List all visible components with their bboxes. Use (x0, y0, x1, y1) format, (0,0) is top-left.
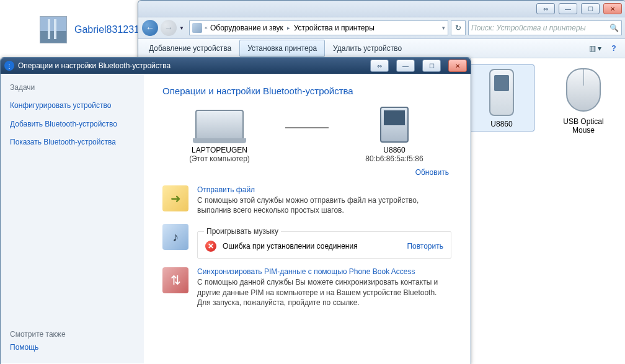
pim-description: С помощью данной службы Вы можете синхро… (197, 277, 451, 308)
user-photo (40, 16, 67, 43)
nav-back-button[interactable]: ← (142, 20, 158, 36)
music-status-box: Проигрывать музыку ✕ Ошибка при установл… (197, 231, 451, 259)
laptop-name: LAPTOPEUGEN (170, 146, 269, 154)
device-label: USB Optical Mouse (552, 117, 614, 135)
error-icon: ✕ (205, 241, 216, 252)
send-file-icon: ➜ (162, 185, 188, 211)
pairing-row: LAPTOPEUGEN (Этот компьютер) U8860 80:b6… (162, 107, 451, 163)
remove-device-button[interactable]: Удалить устройство (325, 40, 410, 57)
bluetooth-dialog: ⋮ Операции и настройки Bluetooth-устройс… (0, 57, 471, 364)
bluetooth-icon: ⋮ (4, 61, 14, 71)
breadcrumb-root-chevron[interactable]: « (205, 25, 208, 31)
devices-printers-icon (192, 23, 202, 33)
pim-link[interactable]: Синхронизировать PIM-данные с помощью Ph… (197, 267, 451, 276)
bluetooth-body: Задачи Конфигурировать устройство Добави… (1, 74, 470, 363)
mouse-icon (564, 65, 603, 115)
task-pim-sync: ⇅ Синхронизировать PIM-данные с помощью … (162, 267, 451, 308)
sidebar-header-see-also: Смотрите также (10, 330, 135, 339)
phone-name: U8860 (345, 146, 444, 154)
music-box-title: Проигрывать музыку (204, 227, 281, 236)
search-input[interactable]: Поиск: Устройства и принтеры 🔍 (468, 20, 622, 35)
phone-mac: 80:b6:86:5a:f5:86 (345, 154, 444, 163)
search-placeholder: Поиск: Устройства и принтеры (471, 24, 585, 32)
explorer-commandbar: Добавление устройства Установка принтера… (138, 39, 625, 58)
retry-link[interactable]: Повторить (407, 242, 443, 251)
music-icon: ♪ (162, 224, 188, 250)
pair-item-phone: U8860 80:b6:86:5a:f5:86 (345, 107, 444, 163)
update-link[interactable]: Обновить (415, 168, 449, 177)
update-row: Обновить (165, 168, 449, 177)
breadcrumb: Оборудование и звук ▸ Устройства и принт… (210, 24, 375, 32)
add-printer-button[interactable]: Установка принтера (239, 40, 325, 57)
chevron-right-icon[interactable]: ▸ (287, 25, 290, 31)
page-title: Операции и настройки Bluetooth-устройств… (162, 86, 451, 96)
address-field[interactable]: « Оборудование и звук ▸ Устройства и при… (189, 20, 448, 35)
bluetooth-sidebar: Задачи Конфигурировать устройство Добави… (1, 74, 144, 363)
search-icon[interactable]: 🔍 (609, 24, 619, 32)
maximize-button[interactable]: ☐ (581, 3, 600, 14)
device-label: U8860 (471, 120, 533, 128)
breadcrumb-item[interactable]: Устройства и принтеры (294, 24, 375, 32)
explorer-titlebar: ⇔ — ☐ ✕ (138, 1, 625, 17)
music-error-text: Ошибка при установлении соединения (223, 242, 358, 251)
help-button[interactable]: ? (605, 40, 623, 57)
sidebar-link-configure[interactable]: Конфигурировать устройство (10, 99, 135, 113)
pim-icon: ⇅ (162, 267, 188, 293)
address-dropdown[interactable]: ▾ (442, 25, 445, 31)
minimize-button[interactable]: — (396, 60, 415, 72)
sidebar-link-help[interactable]: Помощь (10, 341, 135, 355)
refresh-button[interactable]: ↻ (451, 20, 466, 35)
close-button[interactable]: ✕ (603, 3, 622, 14)
nav-history-dropdown[interactable]: ▼ (179, 25, 184, 31)
bluetooth-main: Операции и настройки Bluetooth-устройств… (144, 74, 470, 363)
user-name[interactable]: Gabriel831231 (74, 24, 140, 35)
sidebar-link-add[interactable]: Добавить Bluetooth-устройство (10, 118, 135, 131)
sidebar-link-show[interactable]: Показать Bluetooth-устройства (10, 136, 135, 149)
pair-item-laptop: LAPTOPEUGEN (Этот компьютер) (170, 107, 269, 163)
maximize-button[interactable]: ☐ (422, 60, 441, 72)
phone-icon (482, 68, 521, 117)
user-area: Gabriel831231 (40, 16, 140, 43)
dialog-title: Операции и настройки Bluetooth-устройств… (18, 61, 171, 70)
caption-prev-icon[interactable]: ⇔ (370, 60, 389, 72)
pair-connection-line (285, 127, 329, 128)
send-file-link[interactable]: Отправить файл (197, 185, 451, 194)
explorer-addressbar: ← → ▼ « Оборудование и звук ▸ Устройства… (138, 17, 625, 39)
device-item-phone[interactable]: U8860 (469, 65, 534, 131)
breadcrumb-item[interactable]: Оборудование и звук (210, 24, 283, 32)
caption-prev-icon[interactable]: ⇔ (536, 3, 555, 14)
laptop-icon (193, 107, 246, 142)
send-file-description: С помощью этой службы можно отправить фа… (197, 195, 451, 215)
sidebar-header-tasks: Задачи (10, 83, 135, 92)
phone-device-icon (368, 107, 420, 142)
view-menu-button[interactable]: ▥ ▾ (586, 40, 605, 57)
add-device-button[interactable]: Добавление устройства (141, 40, 239, 57)
task-play-music: ♪ Проигрывать музыку ✕ Ошибка при устано… (162, 224, 451, 259)
laptop-subtitle: (Этот компьютер) (170, 154, 269, 163)
nav-forward-button[interactable]: → (161, 20, 177, 36)
task-send-file: ➜ Отправить файл С помощью этой службы м… (162, 185, 451, 215)
close-button[interactable]: ✕ (448, 60, 467, 72)
device-item-mouse[interactable]: USB Optical Mouse (552, 65, 614, 135)
bluetooth-titlebar: ⋮ Операции и настройки Bluetooth-устройс… (1, 58, 471, 74)
minimize-button[interactable]: — (559, 3, 577, 14)
